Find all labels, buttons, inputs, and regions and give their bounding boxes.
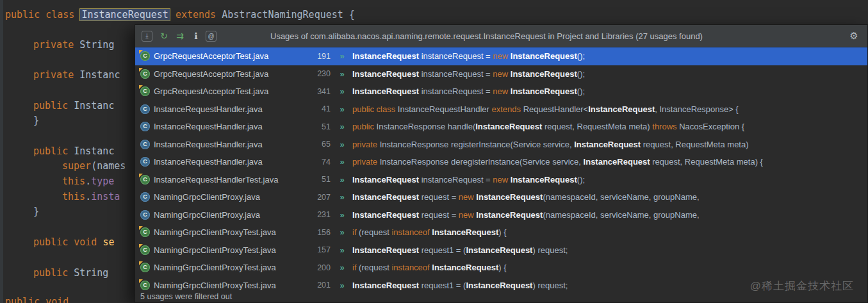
- code-token: this: [62, 191, 85, 202]
- code-token: InstanceRequest: [352, 51, 419, 61]
- usage-type-icon: »: [337, 227, 347, 237]
- editor-code-line: private Instanc: [33, 68, 120, 82]
- usage-row[interactable]: CNamingGrpcClientProxy.java207»InstanceR…: [135, 188, 867, 206]
- code-token: InstanceRequest: [352, 245, 419, 255]
- usage-line-number: 41: [311, 104, 331, 113]
- usage-file-name: InstanceRequestHandler.java: [154, 104, 311, 114]
- code-token: InstanceRequest: [352, 86, 419, 96]
- usage-type-icon: »: [337, 281, 347, 290]
- usage-row[interactable]: CGrpcRequestAcceptorTest.java341»Instanc…: [135, 83, 867, 101]
- code-token: InstanceRequest: [352, 175, 419, 184]
- code-token: public: [33, 267, 68, 279]
- code-token: InstanceRequest: [80, 9, 169, 20]
- editor-code-line: this.insta: [62, 190, 120, 204]
- popup-title: Usages of com.alibaba.nacos.api.naming.r…: [270, 31, 703, 41]
- editor-code-line: public Instanc: [33, 144, 114, 158]
- code-token: , InstanceResponse> {: [655, 104, 738, 114]
- code-token: InstanceRequest: [588, 104, 655, 114]
- code-token: request, RequestMeta meta) {: [650, 157, 763, 167]
- java-test-class-icon: C: [140, 175, 150, 184]
- code-token: request =: [419, 210, 459, 220]
- code-token: private: [33, 39, 74, 51]
- usage-row[interactable]: CNamingGrpcClientProxyTest.java157»Insta…: [135, 242, 867, 259]
- code-token: request1 = (: [419, 245, 466, 255]
- usage-line-number: 156: [311, 228, 331, 237]
- code-token: String: [74, 39, 114, 51]
- code-token: Instanc: [74, 69, 120, 81]
- code-token: InstanceRequest: [475, 122, 542, 131]
- code-token: ();: [577, 86, 585, 96]
- code-token: ();: [577, 175, 585, 184]
- code-token: new: [459, 210, 474, 220]
- code-token: extends: [176, 9, 216, 20]
- preview-usages-icon[interactable]: @: [206, 31, 217, 42]
- code-token: InstanceRequest: [511, 69, 577, 79]
- usage-results-list: CGrpcRequestAcceptorTest.java191»Instanc…: [135, 47, 867, 291]
- usage-row[interactable]: CInstanceRequestHandlerTest.java51»Insta…: [135, 171, 867, 189]
- code-token: [170, 9, 176, 20]
- editor-code-line: private String: [33, 38, 114, 52]
- usage-file-name: InstanceRequestHandler.java: [154, 157, 311, 167]
- usage-row[interactable]: CGrpcRequestAcceptorTest.java230»Instanc…: [135, 65, 867, 83]
- code-token: InstanceRequest: [511, 51, 577, 61]
- open-in-find-toolwindow-icon[interactable]: ⤓: [142, 31, 152, 42]
- usage-row[interactable]: CNamingGrpcClientProxyTest.java200»if (r…: [135, 259, 867, 277]
- usage-code-preview: if (request instanceof InstanceRequest) …: [352, 263, 867, 272]
- usage-file-name: InstanceRequestHandler.java: [154, 122, 311, 131]
- usage-file-name: GrpcRequestAcceptorTest.java: [154, 51, 311, 61]
- usage-row[interactable]: CInstanceRequestHandler.java41»public cl…: [135, 101, 867, 119]
- usage-code-preview: InstanceRequest request = new InstanceRe…: [352, 192, 867, 202]
- code-token: instanceRequest =: [419, 69, 493, 79]
- code-token: instanceRequest =: [419, 175, 493, 184]
- usage-line-number: 51: [311, 175, 331, 184]
- usage-file-name: NamingGrpcClientProxy.java: [154, 210, 311, 220]
- code-token: public void: [33, 236, 97, 248]
- usage-row[interactable]: CNamingGrpcClientProxyTest.java156»if (r…: [135, 224, 867, 242]
- usage-type-icon: »: [337, 140, 347, 149]
- code-token: (request: [357, 227, 392, 237]
- usage-row[interactable]: CNamingGrpcClientProxy.java231»InstanceR…: [135, 206, 867, 224]
- usage-row[interactable]: CGrpcRequestAcceptorTest.java191»Instanc…: [135, 47, 867, 65]
- code-token: new: [493, 86, 508, 96]
- usage-row[interactable]: CInstanceRequestHandler.java65»private I…: [135, 136, 867, 154]
- java-test-class-icon: C: [140, 263, 150, 272]
- usage-row[interactable]: CInstanceRequestHandler.java51»public In…: [135, 118, 867, 136]
- usage-row[interactable]: CInstanceRequestHandler.java74»private I…: [135, 153, 867, 171]
- usage-line-number: 207: [311, 193, 331, 202]
- code-token: Instanc: [68, 100, 114, 111]
- usage-type-icon: »: [337, 175, 347, 184]
- code-token: ) request;: [532, 281, 568, 290]
- settings-wrench-icon[interactable]: ⚙: [847, 30, 861, 42]
- usage-file-name: InstanceRequestHandlerTest.java: [154, 175, 311, 184]
- usage-type-icon: »: [337, 263, 347, 272]
- code-token: InstanceRequest: [476, 192, 543, 202]
- code-token: .: [85, 176, 91, 187]
- code-token: InstanceRequest: [511, 175, 577, 184]
- code-token: AbstractNamingRequest {: [216, 9, 355, 20]
- java-test-class-icon: C: [140, 86, 150, 96]
- usage-file-name: NamingGrpcClientProxy.java: [154, 192, 311, 202]
- editor-code-line: super(names: [62, 159, 126, 173]
- usage-type-icon: »: [337, 51, 347, 61]
- usage-code-preview: public InstanceResponse handle(InstanceR…: [352, 122, 867, 131]
- info-icon[interactable]: ℹ: [190, 29, 202, 42]
- code-token: new: [493, 69, 508, 79]
- jump-to-source-icon[interactable]: ⇉: [174, 29, 186, 42]
- code-token: InstanceResponse registerInstance(Servic…: [377, 140, 574, 149]
- code-token: (namespaceId, serviceName, groupName,: [543, 210, 699, 220]
- code-token: this: [62, 176, 85, 187]
- code-token: InstanceRequest: [574, 140, 641, 149]
- usage-code-preview: InstanceRequest request = new InstanceRe…: [352, 210, 867, 220]
- usage-code-preview: InstanceRequest instanceRequest = new In…: [352, 69, 867, 79]
- code-token: insta: [91, 191, 120, 202]
- usage-file-name: NamingGrpcClientProxyTest.java: [154, 245, 311, 255]
- usage-code-preview: InstanceRequest instanceRequest = new In…: [352, 51, 867, 61]
- editor-code-line: public void: [5, 295, 69, 303]
- popup-toolbar: ⤓↻⇉ℹ@: [142, 29, 222, 42]
- code-token: private: [352, 140, 377, 149]
- rerun-search-icon[interactable]: ↻: [158, 29, 170, 42]
- java-class-icon: C: [140, 157, 150, 167]
- code-token: }: [33, 206, 39, 217]
- code-token: extends: [492, 104, 521, 114]
- code-token: ) request;: [532, 245, 568, 255]
